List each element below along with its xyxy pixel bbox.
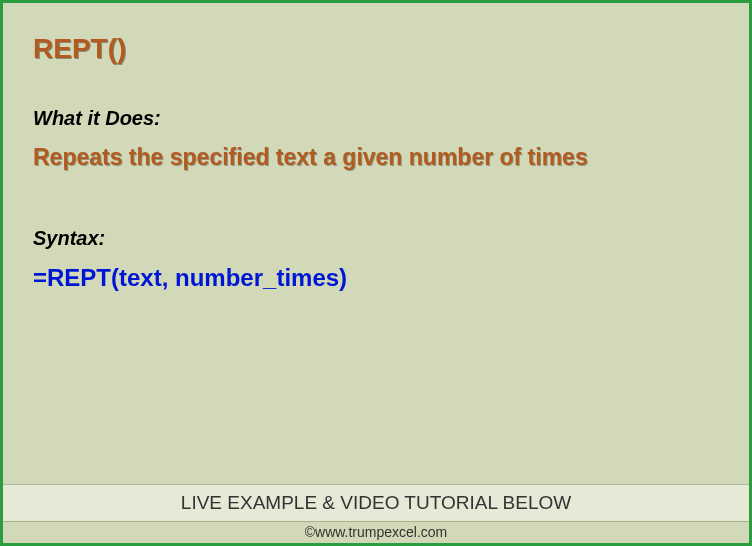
syntax-text: =REPT(text, number_times) [33, 264, 719, 292]
what-it-does-label: What it Does: [33, 107, 719, 130]
function-title: REPT() [33, 33, 719, 65]
what-it-does-text: Repeats the specified text a given numbe… [33, 144, 719, 171]
document-content: REPT() What it Does: Repeats the specifi… [3, 3, 749, 484]
footer-cta: LIVE EXAMPLE & VIDEO TUTORIAL BELOW [3, 484, 749, 521]
footer-credit: ©www.trumpexcel.com [3, 521, 749, 543]
syntax-label: Syntax: [33, 227, 719, 250]
document-frame: REPT() What it Does: Repeats the specifi… [0, 0, 752, 546]
